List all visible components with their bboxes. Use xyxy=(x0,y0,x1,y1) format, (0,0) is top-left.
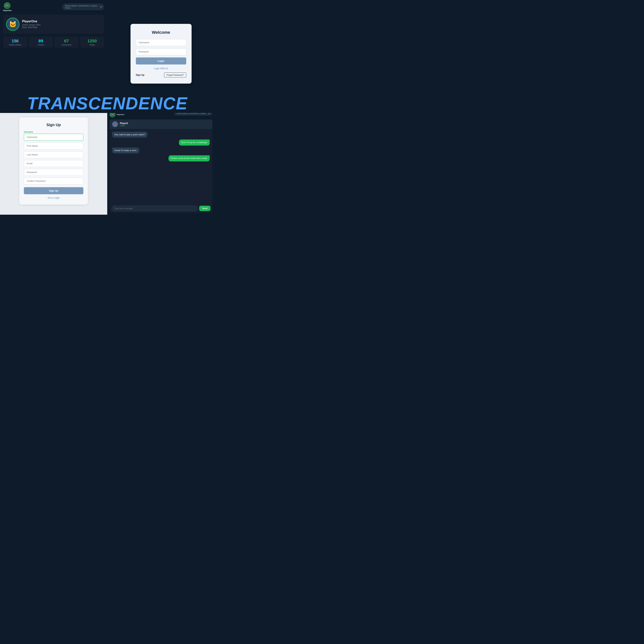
chat-search-dot xyxy=(209,113,210,114)
dashboard-search[interactable]: Search players, tournaments, or game mod… xyxy=(62,4,104,10)
signup-card: Sign Up Username Sign Up Go to Login xyxy=(19,117,88,205)
main-grid: 🎮 PlayerOne Search players, tournaments,… xyxy=(0,0,215,215)
chat-message-1: Hey, want to play a quick match? xyxy=(112,132,147,138)
stat-matches-value: 156 xyxy=(5,39,26,44)
chat-search-text: Search players, tournaments, or game mod… xyxy=(177,112,209,114)
login-title: Welcome xyxy=(136,30,186,35)
search-dot xyxy=(100,6,102,8)
profile-info: PlayerOne Joined: January 2023 Rank: Gol… xyxy=(22,20,40,29)
stat-rating: 1250 Rating xyxy=(80,37,104,48)
chat-logo-row: 🎮 PlayerOne xyxy=(110,111,124,118)
chat-message-input[interactable] xyxy=(111,206,198,211)
logo-area: 🎮 PlayerOne xyxy=(3,2,12,11)
stat-victories-value: 89 xyxy=(30,39,52,44)
chat-panel: Workspace 2 🎮 PlayerOne Search players, … xyxy=(107,107,215,215)
login-with42-link[interactable]: Login With 42 xyxy=(136,67,186,70)
signup-password-input[interactable] xyxy=(24,169,83,176)
dashboard-header: 🎮 PlayerOne Search players, tournaments,… xyxy=(3,2,104,11)
chat-contact-header: 🐻 Player2 Online xyxy=(110,119,212,129)
login-panel: Welcome Login Login With 42 Sign Up Forg… xyxy=(107,0,215,107)
stat-victories-label: Victories xyxy=(30,44,52,46)
signup-title: Sign Up xyxy=(24,123,83,127)
signup-panel: Sign Up Username Sign Up Go to Login xyxy=(0,107,107,215)
chat-search[interactable]: Search players, tournaments, or game mod… xyxy=(174,111,212,115)
chat-input-bar: Send xyxy=(110,204,212,213)
stat-matches-label: Matches Played xyxy=(5,44,26,46)
contact-avatar: 🐻 xyxy=(112,121,118,127)
stat-tournaments-label: Tournaments xyxy=(56,44,77,46)
logo-avatar: 🎮 xyxy=(4,2,11,9)
username-label: Username xyxy=(24,131,83,133)
profile-rank: Rank: Gold Player xyxy=(22,26,40,28)
dashboard-panel: 🎮 PlayerOne Search players, tournaments,… xyxy=(0,0,107,107)
profile-username: PlayerOne xyxy=(22,20,40,23)
signup-email-input[interactable] xyxy=(24,160,83,167)
workspace-label: Workspace 2 xyxy=(110,109,119,111)
chat-logo-text: PlayerOne xyxy=(117,114,124,115)
signup-firstname-input[interactable] xyxy=(24,143,83,149)
stats-grid: 156 Matches Played 89 Victories 67 Tourn… xyxy=(3,37,104,48)
profile-joined: Joined: January 2023 xyxy=(22,24,40,26)
stat-matches: 156 Matches Played xyxy=(3,37,27,48)
stat-rating-value: 1250 xyxy=(82,39,103,44)
send-button[interactable]: Send xyxy=(199,206,210,211)
profile-avatar-wrapper: 🐱 xyxy=(6,18,19,31)
contact-info: Player2 Online xyxy=(120,122,128,127)
chat-logo-avatar: 🎮 xyxy=(110,111,116,118)
profile-avatar: 🐱 xyxy=(6,18,19,31)
stat-tournaments: 67 Tournaments xyxy=(54,37,79,48)
stat-victories: 89 Victories xyxy=(29,37,53,48)
username-input[interactable] xyxy=(136,39,186,46)
chat-message-2: Sure! I'm up for a challenge! xyxy=(179,139,210,145)
chat-window: 🐻 Player2 Online Hey, want to play a qui… xyxy=(110,119,212,213)
signup-link[interactable]: Sign Up xyxy=(136,74,144,76)
goto-login-link[interactable]: Go to Login xyxy=(24,197,83,199)
login-footer: Sign Up Forgot Password? xyxy=(136,73,186,77)
password-input[interactable] xyxy=(136,48,186,55)
login-button[interactable]: Login xyxy=(136,57,186,64)
chat-message-4: Perfect, send me the invite when ready. xyxy=(168,155,210,161)
stat-tournaments-value: 67 xyxy=(56,39,77,44)
signup-confirm-input[interactable] xyxy=(24,178,83,185)
signup-lastname-input[interactable] xyxy=(24,151,83,158)
search-text: Search players, tournaments, or game mod… xyxy=(65,5,100,9)
contact-name: Player2 xyxy=(120,122,128,125)
logo-text: PlayerOne xyxy=(3,10,12,11)
forgot-password-button[interactable]: Forgot Password? xyxy=(164,73,186,77)
chat-message-3: Great! I'll create a room. xyxy=(112,147,139,153)
login-card: Welcome Login Login With 42 Sign Up Forg… xyxy=(131,24,192,84)
signup-username-input[interactable] xyxy=(24,134,83,141)
signup-button[interactable]: Sign Up xyxy=(24,187,83,194)
chat-messages: Hey, want to play a quick match? Sure! I… xyxy=(110,129,212,204)
contact-status: Online xyxy=(120,125,128,127)
profile-card: 🐱 PlayerOne Joined: January 2023 Rank: G… xyxy=(3,15,104,34)
chat-header-bar: Workspace 2 🎮 PlayerOne Search players, … xyxy=(110,109,212,118)
stat-rating-label: Rating xyxy=(82,44,103,46)
chat-workspace-area: Workspace 2 🎮 PlayerOne xyxy=(110,109,124,118)
